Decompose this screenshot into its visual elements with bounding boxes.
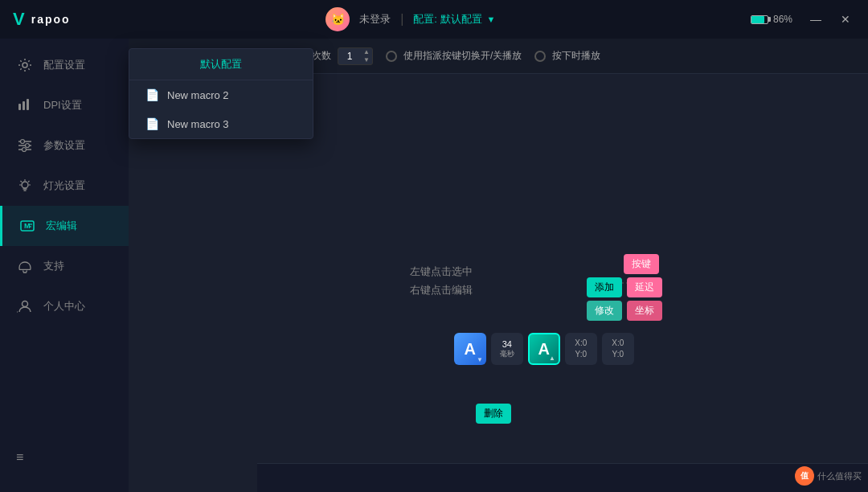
- title-bar-left: V rapoo: [13, 9, 71, 30]
- sidebar-label-profile: 个人中心: [43, 299, 85, 314]
- battery-area: 86%: [751, 14, 792, 25]
- dropdown-item-macro3[interactable]: 📄 New macro 3: [129, 109, 313, 138]
- profile-icon: [16, 297, 34, 315]
- context-hint: 左键点击选中 右键点击编辑: [410, 262, 473, 300]
- sidebar-expand-button[interactable]: ≡: [0, 439, 129, 476]
- title-bar: V rapoo 🐱 未登录 | 配置: 默认配置 ▼ 86% — ✕: [0, 0, 868, 39]
- config-icon: [16, 56, 34, 74]
- sidebar-item-support[interactable]: 支持: [0, 246, 129, 286]
- logo-rapoo-text: rapoo: [31, 13, 71, 26]
- popup-coord-btn[interactable]: 坐标: [627, 301, 662, 321]
- file-icon-2: 📄: [145, 117, 159, 130]
- sidebar-label-config: 配置设置: [43, 58, 85, 72]
- assign-key-radio-btn[interactable]: [386, 51, 397, 62]
- sidebar-item-macro[interactable]: M 宏编辑: [0, 206, 129, 246]
- loop-count-field[interactable]: 1: [338, 51, 361, 62]
- macro-icon: M: [18, 217, 36, 235]
- sidebar-item-params[interactable]: 参数设置: [0, 125, 129, 166]
- coord2-x: X:0: [612, 338, 624, 349]
- expand-icon: ≡: [16, 450, 23, 465]
- divider: |: [400, 12, 403, 27]
- popup-key-btn[interactable]: 按键: [624, 254, 659, 274]
- svg-line-12: [28, 181, 30, 182]
- battery-icon: [751, 15, 768, 24]
- timing-unit: 毫秒: [500, 349, 514, 359]
- dpi-icon: [16, 96, 34, 114]
- loop-count-down[interactable]: ▼: [363, 56, 370, 64]
- coord2-y: Y:0: [612, 349, 624, 360]
- dropdown-item-label-1: New macro 2: [167, 89, 229, 101]
- watermark-dot: 值: [795, 466, 814, 486]
- popup-menu: 按键 添加 延迟 修改 坐标: [587, 254, 662, 321]
- window-controls: — ✕: [805, 11, 855, 27]
- config-dropdown-menu: 默认配置 📄 New macro 2 📄 New macro 3: [129, 48, 313, 139]
- logo-v-icon: V: [13, 9, 25, 30]
- close-button[interactable]: ✕: [836, 11, 855, 27]
- loop-count-input[interactable]: 1 ▲ ▼: [338, 47, 373, 65]
- svg-line-14: [21, 181, 23, 182]
- sidebar-label-params: 参数设置: [43, 138, 85, 153]
- sidebar-label-dpi: DPI设置: [43, 98, 82, 113]
- coord1-y: Y:0: [575, 349, 587, 360]
- svg-point-0: [23, 63, 27, 68]
- key-node-a2-arrow: ▲: [549, 355, 555, 362]
- svg-rect-1: [18, 104, 21, 110]
- svg-point-20: [23, 301, 28, 307]
- support-icon: [16, 257, 34, 275]
- popup-row-2: 添加 延迟: [587, 277, 662, 297]
- chevron-down-icon: ▼: [487, 14, 496, 24]
- coord1-x: X:0: [575, 338, 587, 349]
- sidebar-bottom: ≡: [0, 439, 129, 492]
- sidebar-item-profile[interactable]: 个人中心: [0, 286, 129, 326]
- key-node-a2-label: A: [538, 340, 550, 359]
- svg-point-7: [21, 140, 25, 144]
- hint-line2: 右键点击编辑: [410, 281, 473, 299]
- assign-key-radio: 使用指派按键切换开/关播放: [386, 49, 522, 63]
- node-row: A ▼ 34 毫秒 A ▲ X:0 Y:0: [454, 333, 634, 365]
- key-node-a2[interactable]: A ▲: [528, 333, 560, 365]
- dropdown-item-macro2[interactable]: 📄 New macro 2: [129, 80, 313, 109]
- bottom-bar: 值 什么值得买: [257, 463, 868, 492]
- key-node-arrow-down: ▼: [477, 356, 483, 363]
- title-bar-center: 🐱 未登录 | 配置: 默认配置 ▼: [326, 7, 495, 31]
- delete-button[interactable]: 删除: [476, 404, 511, 424]
- delete-btn-container: 删除: [476, 400, 511, 424]
- timing-value: 34: [502, 339, 512, 349]
- minimize-button[interactable]: —: [805, 11, 826, 27]
- coord-block-2: X:0 Y:0: [602, 333, 634, 365]
- svg-point-9: [23, 148, 27, 152]
- watermark: 值 什么值得买: [795, 466, 862, 486]
- coord-block-1: X:0 Y:0: [565, 333, 597, 365]
- popup-delay-btn[interactable]: 延迟: [627, 277, 662, 297]
- key-node-a-label: A: [465, 340, 476, 359]
- timing-block: 34 毫秒: [491, 333, 523, 365]
- sidebar-item-light[interactable]: 灯光设置: [0, 166, 129, 206]
- avatar: 🐱: [326, 7, 350, 31]
- dropdown-header: 默认配置: [129, 49, 313, 80]
- file-icon-1: 📄: [145, 88, 159, 101]
- press-play-label: 按下时播放: [552, 49, 600, 63]
- popup-add-btn[interactable]: 添加: [587, 277, 622, 297]
- press-play-radio-btn[interactable]: [534, 51, 546, 62]
- press-play-radio: 按下时播放: [534, 49, 600, 63]
- battery-percent: 86%: [773, 14, 792, 25]
- svg-rect-2: [23, 101, 25, 110]
- popup-row-1: 按键: [587, 254, 659, 274]
- logo-area: V rapoo: [13, 9, 71, 30]
- loop-count-arrows: ▲ ▼: [361, 48, 372, 64]
- hint-line1: 左键点击选中: [410, 262, 473, 281]
- config-dropdown-button[interactable]: 配置: 默认配置 ▼: [413, 12, 495, 27]
- svg-point-8: [26, 144, 30, 148]
- svg-point-10: [22, 182, 28, 188]
- config-label: 配置: 默认配置: [413, 12, 481, 27]
- params-icon: [16, 137, 34, 154]
- user-name: 未登录: [359, 12, 391, 27]
- key-node-a[interactable]: A ▼: [454, 333, 486, 365]
- sidebar-item-config[interactable]: 配置设置: [0, 45, 129, 85]
- popup-modify-btn[interactable]: 修改: [587, 301, 622, 321]
- sidebar-item-dpi[interactable]: DPI设置: [0, 85, 129, 125]
- title-bar-right: 86% — ✕: [751, 11, 855, 27]
- sidebar-label-macro: 宏编辑: [46, 219, 77, 233]
- assign-key-label: 使用指派按键切换开/关播放: [403, 49, 522, 63]
- loop-count-up[interactable]: ▲: [363, 48, 370, 56]
